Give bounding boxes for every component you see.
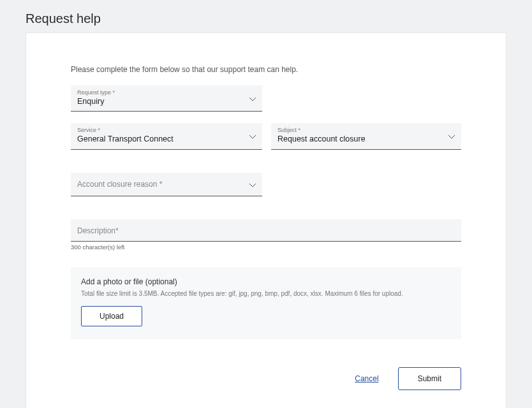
- form-card: Please complete the form below so that o…: [26, 33, 506, 408]
- service-value: General Transport Connect: [77, 134, 256, 145]
- subject-label: Subject *: [277, 127, 455, 134]
- page-title: Request help: [0, 0, 532, 33]
- form-intro: Please complete the form below so that o…: [71, 65, 461, 74]
- submit-button[interactable]: Submit: [398, 367, 461, 390]
- closure-reason-select[interactable]: Account closure reason *: [71, 173, 262, 197]
- description-placeholder: Description*: [77, 226, 119, 235]
- closure-reason-placeholder: Account closure reason *: [77, 177, 256, 193]
- upload-button[interactable]: Upload: [81, 306, 142, 326]
- service-label: Service *: [77, 127, 256, 134]
- form-actions: Cancel Submit: [71, 367, 461, 390]
- subject-select[interactable]: Subject * Request account closure: [271, 123, 461, 149]
- chevron-down-icon: [249, 178, 256, 190]
- upload-section: Add a photo or file (optional) Total fil…: [71, 267, 461, 339]
- description-input[interactable]: Description*: [71, 219, 461, 242]
- request-type-label: Request type *: [77, 89, 256, 96]
- subject-value: Request account closure: [277, 134, 455, 145]
- cancel-link[interactable]: Cancel: [355, 374, 378, 383]
- chevron-down-icon: [249, 130, 256, 142]
- request-type-select[interactable]: Request type * Enquiry: [71, 85, 262, 112]
- chevron-down-icon: [448, 130, 455, 142]
- upload-hint: Total file size limit is 3.5MB. Accepted…: [81, 290, 451, 297]
- chevron-down-icon: [249, 92, 256, 104]
- service-select[interactable]: Service * General Transport Connect: [71, 123, 262, 149]
- description-char-count: 300 character(s) left: [71, 244, 461, 251]
- request-type-value: Enquiry: [77, 96, 256, 108]
- upload-title: Add a photo or file (optional): [81, 277, 451, 286]
